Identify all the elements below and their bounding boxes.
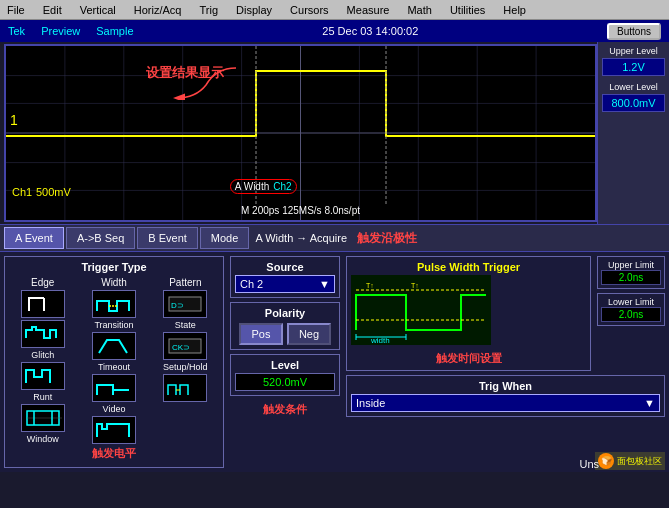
right-panel: Upper Level 1.2V Lower Level 800.0mV <box>597 42 669 224</box>
lower-limit-value: 2.0ns <box>601 307 661 322</box>
setup-hold-trigger-icon[interactable] <box>163 374 207 402</box>
upper-limit-item: Upper Limit 2.0ns <box>597 256 665 289</box>
tab-mode[interactable]: Mode <box>200 227 250 249</box>
pulse-diagram-svg: width T↑ T↑ <box>351 275 491 345</box>
upper-level-value: 1.2V <box>602 58 665 76</box>
menu-cursors[interactable]: Cursors <box>287 4 332 16</box>
pattern-col-label: Pattern <box>169 277 201 288</box>
tab-bar: A Event A->B Seq B Event Mode A Width → … <box>0 224 669 252</box>
bottom-panel: Trigger Type Edge Glitch Runt <box>0 252 669 472</box>
tab-b-event[interactable]: B Event <box>137 227 198 249</box>
trig-when-dropdown[interactable]: Inside ▼ <box>351 394 660 412</box>
transition-label: Transition <box>94 320 133 330</box>
pulse-diagram-title: Pulse Width Trigger <box>351 261 586 273</box>
datetime-label: 25 Dec 03 14:00:02 <box>322 25 418 37</box>
timeout-trigger-icon[interactable] <box>92 374 136 402</box>
menu-bar: File Edit Vertical Horiz/Acq Trig Displa… <box>0 0 669 20</box>
watermark-icon: 🍞 <box>598 453 614 469</box>
polarity-pos-button[interactable]: Pos <box>239 323 283 345</box>
edge-col-label: Edge <box>31 277 54 288</box>
menu-file[interactable]: File <box>4 4 28 16</box>
trigger-type-section: Trigger Type Edge Glitch Runt <box>4 256 224 468</box>
level-title: Level <box>235 359 335 371</box>
glitch-label: Glitch <box>31 350 54 360</box>
ch1-volt: 500mV <box>36 186 71 198</box>
source-value: Ch 2 <box>240 278 263 290</box>
ch1-label: Ch1 <box>12 186 32 198</box>
edge-trigger-icon[interactable] <box>21 290 65 318</box>
upper-limit-value: 2.0ns <box>601 270 661 285</box>
preview-label: Preview <box>41 25 80 37</box>
trig-when-box: Trig When Inside ▼ <box>346 375 665 417</box>
video-trigger-icon[interactable] <box>92 416 136 444</box>
sample-label: Sample <box>96 25 133 37</box>
menu-edit[interactable]: Edit <box>40 4 65 16</box>
lower-limit-item: Lower Limit 2.0ns <box>597 293 665 326</box>
trig-when-value: Inside <box>356 397 385 409</box>
top-info-bar: Tek Preview Sample 25 Dec 03 14:00:02 Bu… <box>0 20 669 42</box>
trigger-type-title: Trigger Type <box>9 261 219 273</box>
upper-level-label: Upper Level <box>602 46 665 56</box>
tab-annotation: 触发沿极性 <box>357 230 417 247</box>
window-trigger-icon[interactable] <box>21 404 65 432</box>
tab-arrow-text: A Width → Acquire <box>251 232 351 244</box>
trigger-type-grid: Edge Glitch Runt Window <box>9 277 219 444</box>
annotation-arrow-svg <box>156 60 256 100</box>
source-dropdown[interactable]: Ch 2 ▼ <box>235 275 335 293</box>
watermark: 🍞 面包板社区 <box>595 452 665 470</box>
menu-horiz-acq[interactable]: Horiz/Acq <box>131 4 185 16</box>
menu-utilities[interactable]: Utilities <box>447 4 488 16</box>
ch2-label: Ch2 <box>273 181 291 192</box>
pulse-bottom: Trig When Inside ▼ <box>346 375 665 417</box>
uns-label: Uns <box>579 458 599 470</box>
watermark-text: 面包板社区 <box>617 455 662 468</box>
trigger-marker: 1 <box>10 112 18 128</box>
menu-help[interactable]: Help <box>500 4 529 16</box>
polarity-neg-button[interactable]: Neg <box>287 323 331 345</box>
timeout-label: Timeout <box>98 362 130 372</box>
polarity-box: Polarity Pos Neg <box>230 302 340 350</box>
source-box: Source Ch 2 ▼ <box>230 256 340 298</box>
level-box: Level 520.0mV <box>230 354 340 396</box>
buttons-button[interactable]: Buttons <box>607 23 661 40</box>
menu-display[interactable]: Display <box>233 4 275 16</box>
pattern-trigger-icon[interactable]: D⊃ <box>163 290 207 318</box>
runt-trigger-icon[interactable] <box>21 362 65 390</box>
svg-text:CK⊃: CK⊃ <box>172 343 190 352</box>
lower-level-label: Lower Level <box>602 82 665 92</box>
tab-a-event[interactable]: A Event <box>4 227 64 249</box>
tab-ab-seq[interactable]: A->B Seq <box>66 227 135 249</box>
screen-bottom-info: M 200ps 125MS/s 8.0ns/pt <box>241 205 360 216</box>
trig-when-arrow-icon: ▼ <box>644 397 655 409</box>
svg-text:T↑: T↑ <box>411 282 419 289</box>
menu-measure[interactable]: Measure <box>344 4 393 16</box>
glitch-trigger-icon[interactable] <box>21 320 65 348</box>
state-trigger-icon[interactable]: CK⊃ <box>163 332 207 360</box>
measurement-box: A Width Ch2 <box>230 179 297 194</box>
lower-level-value: 800.0mV <box>602 94 665 112</box>
width-trigger-icon[interactable] <box>92 290 136 318</box>
svg-text:D⊃: D⊃ <box>171 301 184 310</box>
pulse-limits-box: Upper Limit 2.0ns Lower Limit 2.0ns <box>597 256 665 371</box>
transition-trigger-icon[interactable] <box>92 332 136 360</box>
polarity-buttons: Pos Neg <box>235 323 335 345</box>
trigger-col-width: Width Transition Timeout Video <box>80 277 147 444</box>
pulse-top: Pulse Width Trigger width <box>346 256 665 371</box>
runt-label: Runt <box>33 392 52 402</box>
timing-annotation: 触发时间设置 <box>351 351 586 366</box>
state-label: State <box>175 320 196 330</box>
menu-vertical[interactable]: Vertical <box>77 4 119 16</box>
trigger-col-edge: Edge Glitch Runt Window <box>9 277 76 444</box>
bottom-timing-info: M 200ps 125MS/s 8.0ns/pt <box>241 205 360 216</box>
setup-hold-label: Setup/Hold <box>163 362 208 372</box>
pulse-diagram-box: Pulse Width Trigger width <box>346 256 591 371</box>
trigger-col-pattern: Pattern D⊃ State CK⊃ Setup/Hold <box>152 277 219 444</box>
menu-trig[interactable]: Trig <box>196 4 221 16</box>
pulse-section: Pulse Width Trigger width <box>346 256 665 468</box>
grid-svg <box>6 46 595 220</box>
trig-when-title: Trig When <box>351 380 660 392</box>
source-polarity-section: Source Ch 2 ▼ Polarity Pos Neg Level 520… <box>230 256 340 468</box>
upper-limit-label: Upper Limit <box>601 260 661 270</box>
measure-label: A Width <box>235 181 269 192</box>
menu-math[interactable]: Math <box>404 4 434 16</box>
